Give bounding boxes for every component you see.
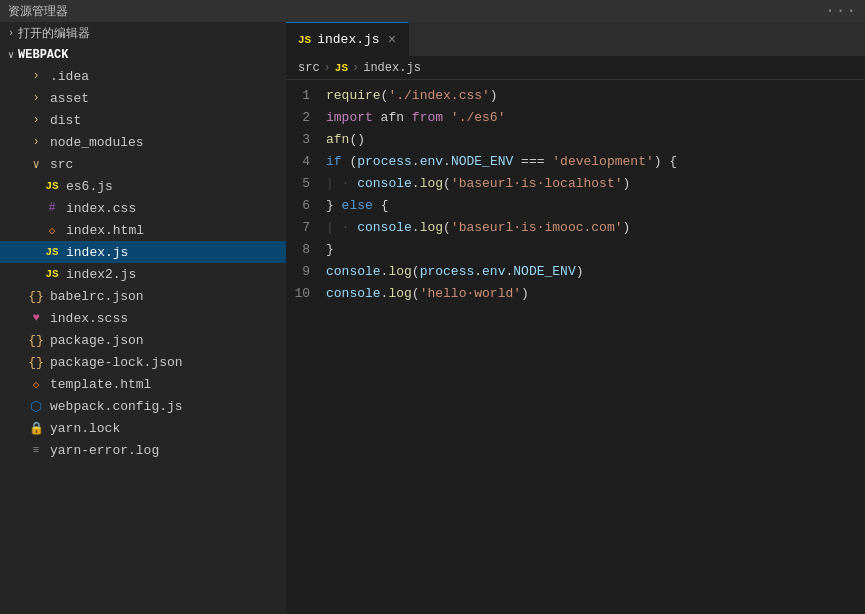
line-number: 4 — [286, 154, 326, 169]
sidebar-item-packagelockjson[interactable]: {} package-lock.json — [0, 351, 286, 373]
sidebar-item-label: webpack.config.js — [50, 399, 183, 414]
line-content: | · console.log('baseurl·is·localhost') — [326, 176, 865, 191]
lock-file-icon: 🔒 — [28, 420, 44, 436]
editor-area: JS index.js × src › JS › index.js 1requi… — [286, 22, 865, 614]
line-number: 1 — [286, 88, 326, 103]
sidebar-item-node-modules[interactable]: › node_modules — [0, 131, 286, 153]
code-editor[interactable]: 1require('./index.css')2import afn from … — [286, 80, 865, 614]
line-content: if (process.env.NODE_ENV === 'developmen… — [326, 154, 865, 169]
main-container: › 打开的编辑器 ∨ WEBPACK › .idea › asset › dis… — [0, 22, 865, 614]
line-content: console.log(process.env.NODE_ENV) — [326, 264, 865, 279]
line-content: | · console.log('baseurl·is·imooc.com') — [326, 220, 865, 235]
line-content: afn() — [326, 132, 865, 147]
sidebar-item-indexjs[interactable]: JS index.js — [0, 241, 286, 263]
tab-bar: JS index.js × — [286, 22, 865, 57]
folder-icon: › — [28, 68, 44, 84]
sidebar-item-packagejson[interactable]: {} package.json — [0, 329, 286, 351]
folder-icon: › — [28, 134, 44, 150]
sidebar-item-indexcss[interactable]: # index.css — [0, 197, 286, 219]
line-number: 7 — [286, 220, 326, 235]
log-file-icon: ≡ — [28, 442, 44, 458]
sidebar-item-indexscss[interactable]: ♥ index.scss — [0, 307, 286, 329]
js-file-icon: JS — [44, 266, 60, 282]
css-file-icon: # — [44, 200, 60, 216]
sidebar-item-label: index2.js — [66, 267, 136, 282]
code-line-2: 2import afn from './es6' — [286, 106, 865, 128]
sidebar-item-webpackconfigjs[interactable]: ⬡ webpack.config.js — [0, 395, 286, 417]
line-number: 9 — [286, 264, 326, 279]
sidebar-item-label: package.json — [50, 333, 144, 348]
tab-indexjs[interactable]: JS index.js × — [286, 22, 409, 57]
chevron-right-icon: › — [8, 28, 14, 39]
line-content: import afn from './es6' — [326, 110, 865, 125]
code-line-4: 4if (process.env.NODE_ENV === 'developme… — [286, 150, 865, 172]
code-line-5: 5| · console.log('baseurl·is·localhost') — [286, 172, 865, 194]
sidebar-item-label: index.scss — [50, 311, 128, 326]
sidebar-item-label: src — [50, 157, 73, 172]
folder-icon: › — [28, 90, 44, 106]
code-line-7: 7| · console.log('baseurl·is·imooc.com') — [286, 216, 865, 238]
open-editors-header[interactable]: › 打开的编辑器 — [0, 22, 286, 45]
js-file-icon: JS — [44, 178, 60, 194]
chevron-down-icon: ∨ — [8, 49, 14, 61]
sidebar-item-label: index.html — [66, 223, 144, 238]
html-file-icon: ◇ — [28, 376, 44, 392]
line-number: 8 — [286, 242, 326, 257]
webpack-file-icon: ⬡ — [28, 398, 44, 414]
line-content: } else { — [326, 198, 865, 213]
sidebar-item-label: index.css — [66, 201, 136, 216]
code-line-1: 1require('./index.css') — [286, 84, 865, 106]
breadcrumb-filename: index.js — [363, 61, 421, 75]
folder-open-icon: ∨ — [28, 156, 44, 172]
sidebar-item-label: yarn-error.log — [50, 443, 159, 458]
code-line-8: 8} — [286, 238, 865, 260]
line-number: 5 — [286, 176, 326, 191]
breadcrumb-sep-1: › — [324, 61, 331, 75]
title-bar: 资源管理器 ··· — [0, 0, 865, 22]
open-editors-label: 打开的编辑器 — [18, 25, 90, 42]
json-file-icon: {} — [28, 332, 44, 348]
sidebar-item-templatehtml[interactable]: ◇ template.html — [0, 373, 286, 395]
code-line-9: 9console.log(process.env.NODE_ENV) — [286, 260, 865, 282]
sidebar-item-es6js[interactable]: JS es6.js — [0, 175, 286, 197]
sidebar-item-src[interactable]: ∨ src — [0, 153, 286, 175]
sidebar-item-yarnlock[interactable]: 🔒 yarn.lock — [0, 417, 286, 439]
sidebar-item-label: package-lock.json — [50, 355, 183, 370]
sidebar-item-babelrcjson[interactable]: {} babelrc.json — [0, 285, 286, 307]
scss-file-icon: ♥ — [28, 310, 44, 326]
code-line-6: 6} else { — [286, 194, 865, 216]
line-number: 2 — [286, 110, 326, 125]
sidebar-item-yarnerrorlog[interactable]: ≡ yarn-error.log — [0, 439, 286, 461]
title-bar-menu[interactable]: ··· — [825, 2, 857, 20]
line-number: 6 — [286, 198, 326, 213]
breadcrumb: src › JS › index.js — [286, 57, 865, 80]
tab-js-icon: JS — [298, 34, 311, 46]
sidebar: › 打开的编辑器 ∨ WEBPACK › .idea › asset › dis… — [0, 22, 286, 614]
sidebar-item-label: template.html — [50, 377, 151, 392]
breadcrumb-sep-2: › — [352, 61, 359, 75]
breadcrumb-src: src — [298, 61, 320, 75]
sidebar-item-idea[interactable]: › .idea — [0, 65, 286, 87]
sidebar-item-label: dist — [50, 113, 81, 128]
webpack-folder-header[interactable]: ∨ WEBPACK — [0, 45, 286, 65]
sidebar-item-index2js[interactable]: JS index2.js — [0, 263, 286, 285]
sidebar-item-indexhtml[interactable]: ◇ index.html — [0, 219, 286, 241]
sidebar-item-label: babelrc.json — [50, 289, 144, 304]
line-number: 3 — [286, 132, 326, 147]
sidebar-item-label: node_modules — [50, 135, 144, 150]
sidebar-item-asset[interactable]: › asset — [0, 87, 286, 109]
sidebar-item-label: es6.js — [66, 179, 113, 194]
sidebar-item-dist[interactable]: › dist — [0, 109, 286, 131]
breadcrumb-js-icon: JS — [335, 62, 348, 74]
sidebar-item-label: yarn.lock — [50, 421, 120, 436]
code-line-10: 10console.log('hello·world') — [286, 282, 865, 304]
json-file-icon: {} — [28, 354, 44, 370]
code-line-3: 3afn() — [286, 128, 865, 150]
line-content: console.log('hello·world') — [326, 286, 865, 301]
webpack-folder-label: WEBPACK — [18, 48, 68, 62]
html-file-icon: ◇ — [44, 222, 60, 238]
line-content: require('./index.css') — [326, 88, 865, 103]
tab-close-button[interactable]: × — [388, 33, 396, 47]
tab-label: index.js — [317, 32, 379, 47]
sidebar-item-label: .idea — [50, 69, 89, 84]
